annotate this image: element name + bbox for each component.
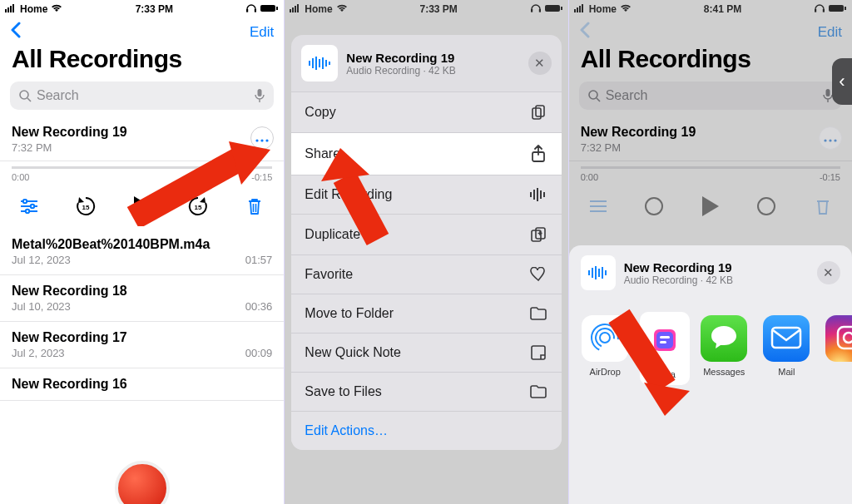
menu-label: Edit Recording	[305, 187, 392, 202]
side-peek-handle[interactable]: ‹	[832, 58, 852, 105]
delete-button[interactable]	[809, 192, 837, 220]
svg-rect-31	[545, 5, 560, 12]
screen-voice-memos-list: Home 7:33 PM Edit All Recordings Search …	[0, 0, 284, 504]
svg-rect-82	[660, 336, 670, 338]
app-label: AirDrop	[590, 367, 621, 377]
play-button[interactable]	[696, 192, 725, 220]
svg-rect-76	[605, 270, 607, 275]
svg-rect-7	[276, 7, 278, 10]
list-item[interactable]: New Recording 17 Jul 2, 202300:09	[0, 322, 284, 368]
play-icon	[702, 196, 719, 216]
svg-rect-32	[561, 7, 562, 10]
share-app-messages[interactable]: Messages	[700, 315, 749, 382]
recording-name: Metal%20Beat%20140BPM.m4a	[12, 237, 272, 252]
svg-rect-85	[838, 327, 852, 348]
svg-line-9	[27, 98, 31, 101]
svg-rect-58	[829, 5, 844, 12]
svg-rect-1	[7, 7, 9, 12]
mail-icon	[770, 326, 802, 351]
share-app-instagram[interactable]: Instagram	[825, 315, 852, 382]
svg-rect-44	[533, 190, 535, 200]
menu-edit-recording[interactable]: Edit Recording	[291, 175, 561, 214]
options-sliders-button[interactable]	[584, 192, 612, 220]
rewind-15-button[interactable]	[640, 192, 668, 220]
search-field[interactable]: Search	[10, 82, 274, 110]
share-app-mail[interactable]: Mail	[762, 315, 811, 382]
edit-actions-link[interactable]: Edit Actions…	[291, 411, 561, 450]
svg-rect-30	[538, 9, 540, 12]
ellipsis-icon	[255, 131, 269, 146]
rewind-15-button[interactable]: 15	[72, 192, 100, 220]
record-button[interactable]	[115, 461, 170, 504]
playback-timeline[interactable]: 0:00-0:15	[0, 161, 284, 187]
duplicate-icon	[528, 226, 548, 243]
mic-dictation-icon[interactable]	[254, 88, 265, 103]
close-button[interactable]: ✕	[817, 261, 840, 284]
menu-favorite[interactable]: Favorite	[291, 254, 561, 294]
audio-waveform-icon	[581, 255, 616, 290]
svg-rect-4	[246, 9, 248, 12]
app-label: Notta	[654, 369, 676, 379]
svg-text:15: 15	[82, 204, 89, 211]
svg-rect-72	[592, 268, 593, 278]
menu-move-folder[interactable]: Move to Folder	[291, 294, 561, 333]
screen-context-menu: Home 7:33 PM New Recording 19 Audio Reco…	[284, 0, 567, 504]
back-button[interactable]	[579, 22, 591, 43]
battery-icon	[260, 3, 279, 15]
svg-line-61	[597, 98, 600, 101]
menu-copy[interactable]: Copy	[291, 91, 561, 132]
back-button[interactable]	[10, 22, 22, 43]
menu-label: Share	[305, 146, 340, 161]
ellipsis-icon	[824, 131, 837, 146]
messages-icon	[709, 324, 739, 353]
svg-rect-59	[845, 7, 846, 10]
battery-icon	[829, 3, 847, 15]
menu-duplicate[interactable]: Duplicate	[291, 214, 561, 254]
svg-rect-62	[825, 89, 830, 96]
edit-button[interactable]: Edit	[250, 24, 274, 41]
recording-duration: 00:36	[245, 300, 273, 313]
time-remaining: -0:15	[251, 172, 272, 182]
share-app-notta[interactable]: Notta	[640, 312, 690, 385]
edit-button[interactable]: Edit	[818, 24, 842, 41]
options-sliders-button[interactable]	[15, 192, 43, 220]
note-icon	[528, 345, 548, 360]
play-button[interactable]	[128, 192, 156, 220]
svg-rect-41	[536, 106, 544, 116]
svg-point-11	[256, 139, 259, 141]
svg-point-12	[261, 139, 264, 141]
delete-button[interactable]	[240, 192, 269, 220]
forward-15-button[interactable]	[752, 192, 780, 220]
recording-duration: 00:09	[245, 347, 273, 359]
recording-name: New Recording 19	[581, 125, 840, 140]
recording-date: Jul 10, 2023	[12, 300, 71, 313]
wifi-icon	[620, 3, 632, 15]
list-item[interactable]: Metal%20Beat%20140BPM.m4a Jul 12, 202301…	[0, 229, 284, 275]
share-app-row[interactable]: AirDrop Notta Messages Mail Instagram	[569, 300, 852, 388]
svg-rect-83	[660, 341, 666, 343]
svg-rect-10	[258, 89, 262, 96]
current-recording-row[interactable]: New Recording 19 7:32 PM	[569, 118, 852, 161]
menu-label: New Quick Note	[305, 345, 401, 360]
share-subtitle: Audio Recording · 42 KB	[624, 274, 733, 286]
list-item[interactable]: New Recording 18 Jul 10, 202300:36	[0, 275, 284, 322]
menu-save-files[interactable]: Save to Files	[291, 372, 561, 411]
close-icon: ✕	[823, 265, 834, 280]
current-recording-row[interactable]: New Recording 19 7:32 PM	[0, 118, 284, 161]
copy-icon	[528, 104, 548, 121]
svg-point-86	[844, 333, 852, 343]
share-app-airdrop[interactable]: AirDrop	[581, 315, 630, 382]
svg-point-60	[589, 91, 597, 99]
sheet-subtitle: Audio Recording · 42 KB	[346, 65, 455, 77]
close-button[interactable]: ✕	[528, 52, 552, 75]
menu-label: Favorite	[305, 267, 353, 282]
menu-share[interactable]: Share	[291, 132, 561, 175]
list-item[interactable]: New Recording 16	[0, 368, 284, 401]
search-field[interactable]: Search	[579, 82, 842, 110]
menu-quick-note[interactable]: New Quick Note	[291, 333, 561, 372]
forward-15-button[interactable]: 15	[184, 192, 212, 220]
svg-rect-29	[531, 9, 532, 12]
svg-rect-47	[543, 192, 545, 197]
more-options-button[interactable]	[819, 126, 842, 150]
playback-timeline[interactable]: 0:00-0:15	[569, 161, 852, 187]
